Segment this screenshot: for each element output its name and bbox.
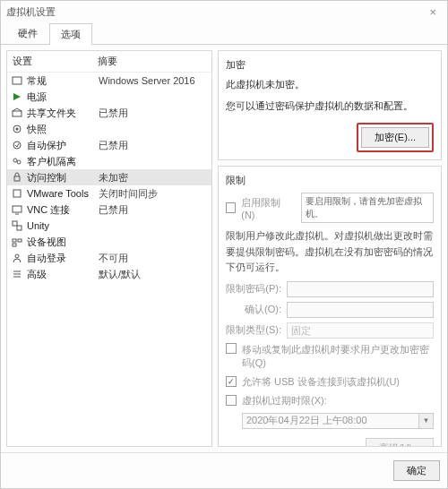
- list-item-summary: 已禁用: [99, 139, 208, 152]
- tabs: 硬件 选项: [1, 22, 447, 45]
- list-item[interactable]: 高级默认/默认: [7, 266, 211, 282]
- list-item-summary: 未加密: [99, 171, 208, 184]
- restriction-password-label: 限制密码(P):: [226, 282, 281, 296]
- expire-checkbox[interactable]: [226, 395, 237, 406]
- list-item-label: 自动保护: [27, 139, 99, 152]
- tools-icon: [11, 187, 23, 200]
- close-icon[interactable]: ×: [424, 5, 442, 19]
- window-title: 虚拟机设置: [6, 5, 56, 19]
- svg-rect-18: [13, 244, 16, 246]
- col-summary: 摘要: [98, 55, 117, 68]
- list-item-label: Unity: [27, 220, 99, 231]
- advanced-button[interactable]: 高级(V)...: [366, 438, 434, 447]
- svg-rect-11: [13, 190, 21, 197]
- restriction-group: 限制 启用限制(N) 要启用限制，请首先加密虚拟机。 限制用户修改此虚拟机。对虚…: [218, 166, 442, 447]
- encryption-desc: 您可以通过密码保护虚拟机的数据和配置。: [226, 99, 434, 115]
- svg-rect-16: [13, 239, 16, 242]
- encrypt-button[interactable]: 加密(E)...: [361, 127, 429, 148]
- advanced-icon: [11, 268, 23, 280]
- svg-point-8: [13, 159, 17, 162]
- shared-icon: [11, 107, 23, 119]
- dialog-footer: 确定: [1, 452, 447, 488]
- usb-label: 允许将 USB 设备连接到该虚拟机(U): [242, 375, 400, 389]
- restriction-type-select[interactable]: 固定: [287, 322, 434, 339]
- list-item-label: 快照: [27, 123, 99, 136]
- encryption-title: 加密: [226, 58, 434, 72]
- restriction-title: 限制: [226, 174, 434, 187]
- list-item-label: 客户机隔离: [27, 155, 99, 168]
- svg-rect-2: [13, 111, 22, 116]
- svg-rect-17: [18, 239, 22, 242]
- encrypt-highlight: 加密(E)...: [357, 123, 434, 152]
- list-item[interactable]: VNC 连接已禁用: [7, 202, 211, 218]
- list-item-summary: 已禁用: [99, 203, 208, 217]
- restriction-password-input[interactable]: [287, 281, 434, 297]
- list-item-summary: 不可用: [99, 252, 208, 265]
- col-settings: 设置: [13, 55, 98, 68]
- restriction-hint: 要启用限制，请首先加密虚拟机。: [301, 193, 434, 223]
- svg-rect-10: [14, 176, 20, 181]
- list-item-summary: 默认/默认: [99, 268, 208, 281]
- svg-point-19: [15, 254, 19, 258]
- list-item-summary: 已禁用: [99, 107, 208, 120]
- chevron-down-icon[interactable]: ▼: [419, 413, 434, 429]
- unity-icon: [11, 219, 23, 232]
- list-item-label: 访问控制: [27, 171, 99, 184]
- list-item[interactable]: VMware Tools关闭时间同步: [7, 185, 211, 202]
- move-copy-checkbox[interactable]: [226, 343, 237, 354]
- svg-marker-1: [13, 93, 21, 100]
- ok-button[interactable]: 确定: [393, 460, 440, 481]
- svg-point-6: [16, 128, 19, 131]
- list-item[interactable]: 自动保护已禁用: [7, 137, 211, 153]
- tab-hardware[interactable]: 硬件: [6, 22, 49, 44]
- list-item[interactable]: 常规Windows Server 2016: [7, 73, 211, 89]
- enable-restriction-label: 启用限制(N): [241, 196, 290, 220]
- list-item[interactable]: 电源: [7, 89, 211, 105]
- list-item[interactable]: 访问控制未加密: [7, 169, 211, 185]
- expire-label: 虚拟机过期时限(X):: [242, 394, 327, 408]
- svg-point-7: [13, 142, 21, 149]
- list-item[interactable]: 客户机隔离: [7, 153, 211, 169]
- restriction-type-label: 限制类型(S):: [226, 323, 281, 337]
- guest-icon: [11, 155, 23, 167]
- list-item[interactable]: 共享文件夹已禁用: [7, 105, 211, 121]
- power-icon: [11, 90, 23, 103]
- expire-datetime-input[interactable]: [242, 413, 419, 429]
- list-item-label: 高级: [27, 268, 99, 281]
- vnc-icon: [11, 203, 23, 216]
- enable-restriction-checkbox[interactable]: [226, 202, 236, 213]
- usb-checkbox[interactable]: [226, 376, 237, 387]
- autoprotect-icon: [11, 139, 23, 151]
- move-copy-label: 移动或复制此虚拟机时要求用户更改加密密码(Q): [242, 343, 434, 370]
- access-icon: [11, 171, 23, 184]
- settings-list-panel: 设置 摘要 常规Windows Server 2016电源共享文件夹已禁用快照自…: [6, 50, 212, 447]
- list-item-label: 电源: [27, 90, 99, 104]
- list-item-label: VMware Tools: [27, 188, 99, 199]
- svg-point-9: [17, 160, 21, 164]
- list-item-summary: Windows Server 2016: [99, 75, 208, 86]
- restriction-desc: 限制用户修改此虚拟机。对虚拟机做出更改时需要提供限制密码。虚拟机在没有加密密码的…: [226, 228, 434, 276]
- view-icon: [11, 236, 23, 248]
- restriction-confirm-input[interactable]: [287, 302, 434, 318]
- list-item[interactable]: Unity: [7, 218, 211, 234]
- list-item[interactable]: 设备视图: [7, 234, 211, 250]
- list-item-summary: 关闭时间同步: [99, 187, 208, 201]
- svg-rect-12: [13, 206, 22, 212]
- svg-rect-0: [13, 77, 22, 84]
- autologin-icon: [11, 252, 23, 264]
- tab-options[interactable]: 选项: [49, 23, 92, 45]
- settings-list: 常规Windows Server 2016电源共享文件夹已禁用快照自动保护已禁用…: [7, 73, 211, 446]
- encryption-status: 此虚拟机未加密。: [226, 77, 434, 93]
- snapshot-icon: [11, 123, 23, 135]
- list-item-label: 设备视图: [27, 236, 99, 249]
- svg-rect-14: [13, 221, 17, 226]
- encryption-group: 加密 此虚拟机未加密。 您可以通过密码保护虚拟机的数据和配置。 加密(E)...: [218, 50, 442, 160]
- general-icon: [11, 74, 23, 87]
- list-item[interactable]: 快照: [7, 121, 211, 137]
- list-item-label: 自动登录: [27, 252, 99, 265]
- list-item-label: 共享文件夹: [27, 107, 99, 120]
- list-item[interactable]: 自动登录不可用: [7, 250, 211, 266]
- restriction-confirm-label: 确认(O):: [226, 303, 281, 316]
- list-item-label: 常规: [27, 74, 99, 88]
- list-item-label: VNC 连接: [27, 203, 99, 217]
